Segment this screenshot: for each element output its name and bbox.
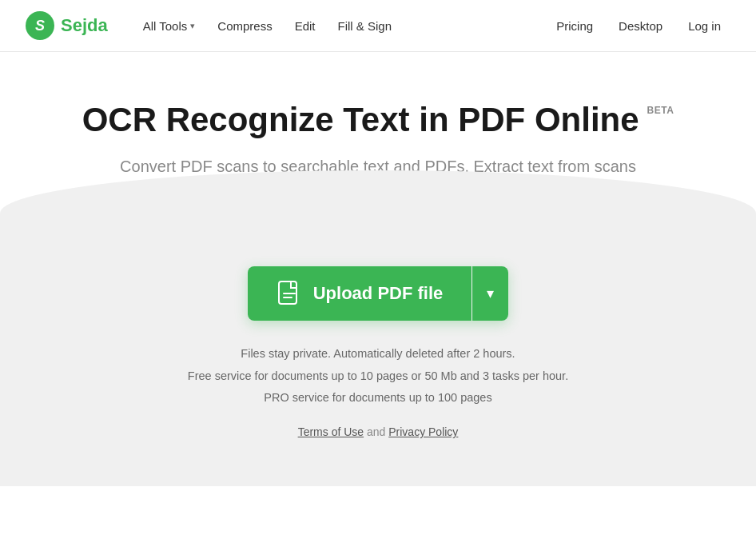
upload-dropdown-button[interactable]: ▾ <box>472 266 508 321</box>
beta-badge: BETA <box>647 105 674 116</box>
upload-section: Upload PDF file ▾ Files stay private. Au… <box>0 218 756 486</box>
nav-links: All Tools ▾ Compress Edit Fill & Sign <box>133 13 547 39</box>
pdf-file-icon <box>277 281 302 306</box>
nav-edit[interactable]: Edit <box>285 13 325 39</box>
logo[interactable]: S Sejda <box>26 11 108 40</box>
hero-title-container: OCR Recognize Text in PDF Online BETA <box>82 100 674 140</box>
page-title: OCR Recognize Text in PDF Online <box>82 100 639 140</box>
privacy-policy-link[interactable]: Privacy Policy <box>388 425 458 438</box>
terms-of-use-link[interactable]: Terms of Use <box>298 425 364 438</box>
upload-button-group: Upload PDF file ▾ <box>248 266 509 321</box>
upload-button-label: Upload PDF file <box>313 283 444 304</box>
logo-icon: S <box>26 11 54 40</box>
info-line-1: Files stay private. Automatically delete… <box>188 343 568 365</box>
logo-text: Sejda <box>61 15 108 36</box>
info-line-3: PRO service for documents up to 100 page… <box>188 387 568 409</box>
nav-compress[interactable]: Compress <box>208 13 281 39</box>
chevron-down-icon: ▾ <box>487 285 494 302</box>
nav-desktop[interactable]: Desktop <box>609 13 672 39</box>
terms-row: Terms of Use and Privacy Policy <box>298 425 459 438</box>
chevron-down-icon: ▾ <box>190 21 195 31</box>
nav-login[interactable]: Log in <box>678 13 730 39</box>
terms-conjunction: and <box>367 425 388 438</box>
nav-pricing[interactable]: Pricing <box>547 13 603 39</box>
main-content: OCR Recognize Text in PDF Online BETA Co… <box>0 52 756 486</box>
upload-content: Upload PDF file ▾ Files stay private. Au… <box>0 218 756 438</box>
nav-all-tools[interactable]: All Tools ▾ <box>133 13 205 39</box>
info-text: Files stay private. Automatically delete… <box>188 343 568 409</box>
navbar: S Sejda All Tools ▾ Compress Edit Fill &… <box>0 0 756 52</box>
info-line-2: Free service for documents up to 10 page… <box>188 365 568 388</box>
upload-pdf-button[interactable]: Upload PDF file <box>248 266 472 321</box>
nav-fill-sign[interactable]: Fill & Sign <box>328 13 402 39</box>
nav-right: Pricing Desktop Log in <box>547 13 730 39</box>
